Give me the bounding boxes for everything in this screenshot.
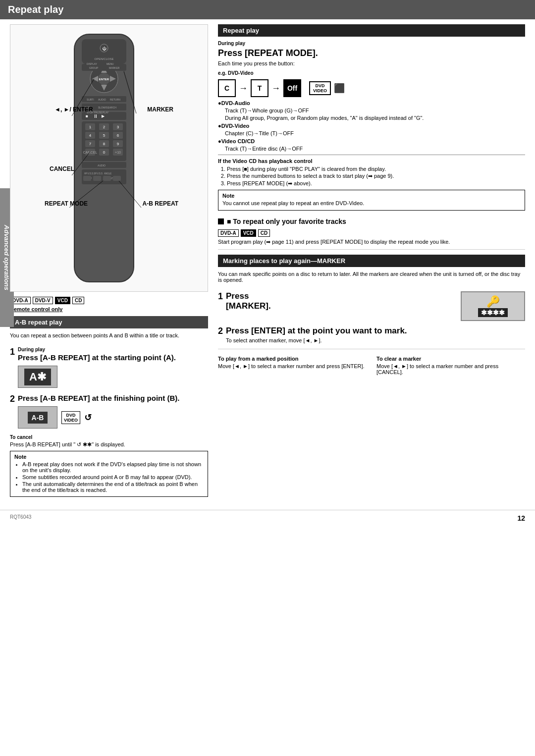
remote-control-only-label: Remote control only	[10, 306, 208, 312]
page-footer: RQT6043 12	[0, 510, 535, 526]
repeat-note-box: Note You cannot use repeat play to repea…	[218, 190, 525, 211]
ab-repeat-desc: You can repeat a section between points …	[10, 332, 208, 338]
bottom-info: To play from a marked position Move [◄, …	[218, 354, 525, 377]
svg-text:▶: ▶	[102, 114, 105, 118]
note-list: A-B repeat play does not work if the DVD…	[14, 461, 204, 493]
svg-text:CANCEL: CANCEL	[83, 151, 98, 154]
marker-icon: 🔑	[486, 295, 500, 308]
step2-title: Press [A-B REPEAT] at the finishing poin…	[18, 394, 201, 402]
marker-stars: ✱✱✱✱	[478, 308, 508, 317]
dvd-audio-text: Track (T)→Whole group (G)→OFF	[218, 108, 525, 113]
cancel-label: CANCEL	[50, 165, 74, 172]
svg-text:2: 2	[103, 125, 106, 129]
svg-text:0: 0	[103, 150, 106, 155]
svg-text:1: 1	[89, 125, 92, 129]
marker-step2-number: 2	[218, 326, 223, 336]
remote-control-image: ⏻ OPEN/CLOSE ENTER	[54, 29, 154, 287]
repeat-tracks-title: ■ To repeat only your favorite tracks	[227, 217, 346, 225]
ab-repeat-header: A-B repeat play	[10, 316, 208, 328]
svg-text:7: 7	[89, 142, 92, 146]
disc-icon: ⬛	[334, 83, 345, 94]
marker-step1-title-wrap: Press [MARKER].	[226, 291, 289, 311]
svg-rect-67	[103, 176, 111, 181]
enter-label: ◄, ►/ ENTER	[54, 106, 93, 113]
eg-dvd-video-label: e.g. DVD-Video	[218, 70, 254, 76]
step1-number: 1	[10, 347, 15, 357]
to-cancel-section: To cancel Press [A-B REPEAT] until " ↺ ✱…	[10, 434, 208, 448]
svg-text:3: 3	[117, 125, 119, 129]
off-icon: Off	[283, 79, 301, 97]
step1-title: Press [A-B REPEAT] at the starting point…	[18, 353, 201, 362]
video-text: VIDEO	[313, 88, 327, 93]
a-star-display: A✱	[18, 366, 57, 388]
press-repeat-title: Press [REPEAT MODE].	[218, 48, 525, 58]
bottom-right: To clear a marker Move [◄, ►] to select …	[376, 354, 525, 377]
svg-rect-68	[113, 176, 121, 181]
svg-text:8: 8	[103, 142, 106, 146]
playback-control-section: If the Video CD has playback control Pre…	[218, 155, 525, 187]
badge-vcd: VCD	[55, 297, 70, 304]
svg-text:■: ■	[86, 114, 88, 118]
step1-content: During play Press [A-B REPEAT] at the st…	[18, 347, 201, 390]
to-cancel-title: To cancel	[10, 434, 208, 440]
video-cd-text: Track (T)→Entire disc (A)→OFF	[218, 146, 525, 152]
marker-step1-title: Press [MARKER].	[226, 291, 289, 311]
repeat-tracks-badges: DVD-A VCD CD	[218, 229, 525, 237]
svg-text:RETURN: RETURN	[110, 98, 120, 101]
a-star-text: A✱	[24, 369, 51, 385]
arrow1: →	[239, 83, 248, 94]
playback-step-1: Press [■] during play until "PBC PLAY" i…	[227, 166, 525, 172]
marker-step1-content: 1 Press [MARKER].	[218, 291, 296, 315]
arrow2: →	[271, 83, 280, 94]
repeat-tracks-header: ■ To repeat only your favorite tracks	[218, 217, 525, 225]
mode-icons-row: C → T → Off DVD VIDEO ⬛	[218, 79, 525, 97]
to-clear-title: To clear a marker	[376, 356, 421, 362]
dvd-video-text: Chapter (C)→Title (T)→OFF	[218, 130, 525, 136]
ab-repeat-label: A-B REPEAT	[143, 200, 178, 207]
svg-text:SUBTI: SUBTI	[87, 98, 94, 101]
badge-dvd-v: DVD-V	[33, 297, 53, 304]
svg-text:5: 5	[103, 133, 106, 138]
svg-text:AUDIO: AUDIO	[98, 98, 106, 101]
svg-text:PLAY: PLAY	[103, 111, 109, 114]
step1-indicator: A✱	[18, 366, 201, 388]
to-cancel-text: Press [A-B REPEAT] until " ↺ ✱✱" is disp…	[10, 441, 208, 448]
doc-number: RQT6043	[10, 514, 31, 522]
repeat-tracks-text: Start program play (➡ page 11) and press…	[218, 239, 525, 245]
marker-step2-row: 2 Press [ENTER] at the point you want to…	[218, 326, 525, 345]
video-badge-text: VIDEO	[64, 418, 78, 423]
to-clear-text: Move [◄, ►] to select a marker number an…	[376, 363, 525, 375]
to-play-text: Move [◄, ►] to select a marker number an…	[218, 363, 367, 369]
dvd-video-badge: DVD VIDEO	[61, 411, 80, 424]
move-text: To select another marker, move [◄, ►].	[226, 337, 518, 343]
note-item-2: Some subtitles recorded around point A o…	[22, 474, 204, 480]
svg-text:AUDIO: AUDIO	[98, 164, 106, 167]
marker-step2-title: Press [ENTER] at the point you want to m…	[226, 326, 518, 336]
svg-text:4: 4	[89, 133, 92, 138]
left-column: ⏻ OPEN/CLOSE ENTER	[10, 24, 208, 500]
note-title: Note	[14, 454, 204, 460]
dvd-video-badge-right: DVD VIDEO	[309, 81, 331, 95]
svg-text:MENU: MENU	[107, 62, 114, 65]
dvd-badge-text: DVD	[66, 413, 76, 418]
during-play-label: During play	[218, 41, 525, 46]
marking-section: Marking places to play again—MARKER You …	[218, 255, 525, 377]
svg-text:SLOW/SEARCH: SLOW/SEARCH	[98, 106, 116, 109]
page-number: 12	[517, 514, 525, 522]
right-column: Repeat play During play Press [REPEAT MO…	[218, 24, 525, 500]
svg-text:MARKER: MARKER	[109, 66, 120, 69]
svg-rect-65	[83, 176, 91, 181]
svg-text:9: 9	[117, 142, 119, 146]
repeat-note-text: You cannot use repeat play to repeat an …	[222, 200, 521, 206]
badge-dvd-a-rt: DVD-A	[218, 229, 239, 237]
marker-label: MARKER	[147, 106, 173, 113]
note-item-3: The unit automatically determines the en…	[22, 481, 204, 493]
step1-label: During play	[18, 347, 201, 352]
marker-stars-row: ✱✱✱✱	[478, 308, 508, 317]
dvd-audio-label: ●DVD-Audio	[218, 100, 525, 106]
svg-rect-66	[93, 176, 101, 181]
playback-control-list: Press [■] during play until "PBC PLAY" i…	[218, 166, 525, 187]
svg-text:ANGLE: ANGLE	[104, 172, 111, 175]
svg-text:OPEN/CLOSE: OPEN/CLOSE	[94, 57, 113, 60]
page-title: Repeat play	[0, 0, 535, 19]
